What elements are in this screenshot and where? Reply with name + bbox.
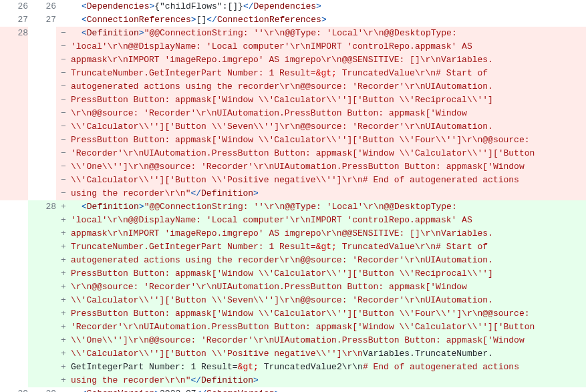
code-content[interactable]: 'local'\r\n@@DisplayName: 'Local compute…	[71, 214, 586, 227]
old-line-number[interactable]	[0, 107, 28, 120]
new-line-number[interactable]	[28, 160, 56, 174]
new-line-number[interactable]: 26	[28, 0, 56, 13]
new-line-number[interactable]	[28, 53, 56, 67]
old-line-number[interactable]	[0, 254, 28, 267]
diff-line[interactable]: +\\'One\\'']\r\n@@source: 'Recorder'\r\n…	[0, 334, 586, 347]
code-content[interactable]: \r\n@@source: 'Recorder'\r\nUIAutomation…	[71, 280, 586, 294]
diff-line[interactable]: 2727 <ConnectionReferences>[]</Connectio…	[0, 13, 586, 27]
new-line-number[interactable]	[28, 347, 56, 361]
old-line-number[interactable]	[0, 174, 28, 187]
diff-line[interactable]: −'local'\r\n@@DisplayName: 'Local comput…	[0, 40, 586, 53]
new-line-number[interactable]	[28, 93, 56, 107]
new-line-number[interactable]	[28, 67, 56, 80]
new-line-number[interactable]	[28, 307, 56, 321]
old-line-number[interactable]	[0, 307, 28, 321]
old-line-number[interactable]	[0, 200, 28, 214]
diff-line[interactable]: −PressButton Button: appmask['Window \\'…	[0, 134, 586, 147]
diff-line[interactable]: +'Recorder'\r\nUIAutomation.PressButton …	[0, 321, 586, 334]
code-content[interactable]: <Definition>"@@ConnectionString: ''\r\n@…	[71, 200, 586, 214]
code-content[interactable]: \\'Calculator\\'']['Button \\'Seven\\'']…	[71, 294, 586, 307]
diff-line[interactable]: 28+ <Definition>"@@ConnectionString: ''\…	[0, 200, 586, 214]
diff-line[interactable]: −PressButton Button: appmask['Window \\'…	[0, 93, 586, 107]
code-content[interactable]: autogenerated actions using the recorder…	[71, 254, 586, 267]
old-line-number[interactable]	[0, 187, 28, 200]
code-content[interactable]: TruncateNumber.GetIntegerPart Number: 1 …	[71, 67, 586, 80]
diff-line[interactable]: +\\'Calculator\\'']['Button \\'Seven\\''…	[0, 294, 586, 307]
diff-line[interactable]: −\\'Calculator\\'']['Button \\'Seven\\''…	[0, 120, 586, 134]
new-line-number[interactable]	[28, 294, 56, 307]
code-content[interactable]: \\'Calculator\\'']['Button \\'Seven\\'']…	[71, 120, 586, 134]
old-line-number[interactable]	[0, 280, 28, 294]
code-content[interactable]: <ConnectionReferences>[]</ConnectionRefe…	[71, 13, 586, 27]
diff-line[interactable]: −\\'Calculator\\'']['Button \\'Positive …	[0, 174, 586, 187]
old-line-number[interactable]	[0, 227, 28, 240]
old-line-number[interactable]	[0, 80, 28, 93]
code-content[interactable]: 'Recorder'\r\nUIAutomation.PressButton B…	[71, 147, 586, 160]
code-content[interactable]: PressButton Button: appmask['Window \\'C…	[71, 134, 586, 147]
old-line-number[interactable]	[0, 214, 28, 227]
new-line-number[interactable]	[28, 80, 56, 93]
new-line-number[interactable]: 29	[28, 387, 56, 392]
code-content[interactable]: \r\n@@source: 'Recorder'\r\nUIAutomation…	[71, 107, 586, 120]
new-line-number[interactable]	[28, 214, 56, 227]
new-line-number[interactable]	[28, 120, 56, 134]
code-content[interactable]: PressButton Button: appmask['Window \\'C…	[71, 267, 586, 280]
diff-line[interactable]: −'Recorder'\r\nUIAutomation.PressButton …	[0, 147, 586, 160]
diff-line[interactable]: 2929 <SchemaVersion>2022.07</SchemaVersi…	[0, 387, 586, 392]
new-line-number[interactable]	[28, 374, 56, 387]
new-line-number[interactable]	[28, 40, 56, 53]
old-line-number[interactable]	[0, 147, 28, 160]
code-content[interactable]: autogenerated actions using the recorder…	[71, 80, 586, 93]
diff-line[interactable]: −\r\n@@source: 'Recorder'\r\nUIAutomatio…	[0, 107, 586, 120]
diff-line[interactable]: +\r\n@@source: 'Recorder'\r\nUIAutomatio…	[0, 280, 586, 294]
diff-line[interactable]: +TruncateNumber.GetIntegerPart Number: 1…	[0, 240, 586, 254]
diff-line[interactable]: −TruncateNumber.GetIntegerPart Number: 1…	[0, 67, 586, 80]
code-content[interactable]: appmask\r\nIMPORT 'imageRepo.imgrepo' AS…	[71, 53, 586, 67]
old-line-number[interactable]	[0, 361, 28, 374]
code-content[interactable]: PressButton Button: appmask['Window \\'C…	[71, 307, 586, 321]
code-content[interactable]: PressButton Button: appmask['Window \\'C…	[71, 93, 586, 107]
new-line-number[interactable]	[28, 147, 56, 160]
new-line-number[interactable]	[28, 27, 56, 40]
new-line-number[interactable]	[28, 334, 56, 347]
old-line-number[interactable]	[0, 240, 28, 254]
diff-line[interactable]: +using the recorder\r\n"</Definition>	[0, 374, 586, 387]
old-line-number[interactable]	[0, 120, 28, 134]
diff-line[interactable]: −autogenerated actions using the recorde…	[0, 80, 586, 93]
new-line-number[interactable]	[28, 321, 56, 334]
code-content[interactable]: TruncateNumber.GetIntegerPart Number: 1 …	[71, 240, 586, 254]
code-content[interactable]: 'local'\r\n@@DisplayName: 'Local compute…	[71, 40, 586, 53]
old-line-number[interactable]: 27	[0, 13, 28, 27]
diff-line[interactable]: +GetIntegerPart Number: 1 Result=&gt; Tr…	[0, 361, 586, 374]
old-line-number[interactable]	[0, 40, 28, 53]
new-line-number[interactable]	[28, 187, 56, 200]
new-line-number[interactable]: 28	[28, 200, 56, 214]
code-content[interactable]: 'Recorder'\r\nUIAutomation.PressButton B…	[71, 321, 586, 334]
new-line-number[interactable]	[28, 107, 56, 120]
old-line-number[interactable]	[0, 134, 28, 147]
code-content[interactable]: <Definition>"@@ConnectionString: ''\r\n@…	[71, 27, 586, 40]
diff-line[interactable]: +PressButton Button: appmask['Window \\'…	[0, 307, 586, 321]
old-line-number[interactable]	[0, 321, 28, 334]
old-line-number[interactable]	[0, 347, 28, 361]
code-content[interactable]: GetIntegerPart Number: 1 Result=&gt; Tru…	[71, 361, 586, 374]
old-line-number[interactable]	[0, 93, 28, 107]
new-line-number[interactable]	[28, 280, 56, 294]
old-line-number[interactable]	[0, 160, 28, 174]
new-line-number[interactable]	[28, 240, 56, 254]
new-line-number[interactable]	[28, 227, 56, 240]
code-content[interactable]: using the recorder\r\n"</Definition>	[71, 187, 586, 200]
old-line-number[interactable]	[0, 294, 28, 307]
code-content[interactable]: \\'Calculator\\'']['Button \\'Positive n…	[71, 174, 586, 187]
old-line-number[interactable]	[0, 67, 28, 80]
code-content[interactable]: <Dependencies>{"childFlows":[]}</Depende…	[71, 0, 586, 13]
diff-line[interactable]: −using the recorder\r\n"</Definition>	[0, 187, 586, 200]
code-content[interactable]: appmask\r\nIMPORT 'imageRepo.imgrepo' AS…	[71, 227, 586, 240]
code-content[interactable]: \\'One\\'']\r\n@@source: 'Recorder'\r\nU…	[71, 334, 586, 347]
old-line-number[interactable]	[0, 334, 28, 347]
diff-line[interactable]: +PressButton Button: appmask['Window \\'…	[0, 267, 586, 280]
diff-line[interactable]: +autogenerated actions using the recorde…	[0, 254, 586, 267]
code-content[interactable]: <SchemaVersion>2022.07</SchemaVersion>	[71, 387, 586, 392]
old-line-number[interactable]: 26	[0, 0, 28, 13]
code-content[interactable]: using the recorder\r\n"</Definition>	[71, 374, 586, 387]
